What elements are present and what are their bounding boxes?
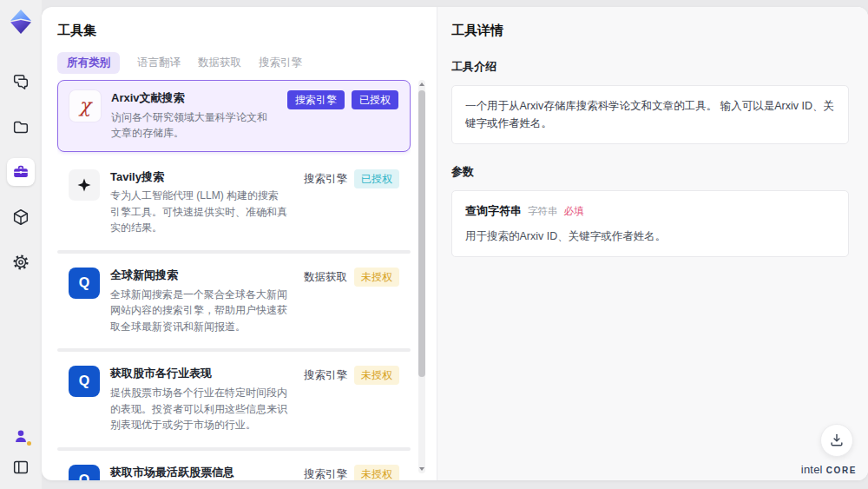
tool-description: 专为人工智能代理 (LLM) 构建的搜索引擎工具。可快速提供实时、准确和真实的结… [110,188,288,236]
category-tabs: 所有类别 语言翻译 数据获取 搜索引擎 [57,52,414,74]
sidebar-bottom [10,425,32,479]
status-badge: 已授权 [352,90,398,109]
tab-search-engine[interactable]: 搜索引擎 [259,52,302,74]
q-logo-icon: Q [69,366,100,397]
tab-all-categories[interactable]: 所有类别 [57,52,120,74]
tool-detail-panel: 工具详情 工具介绍 一个用于从Arxiv存储库搜索科学论文和文章的工具。 输入可… [437,7,868,480]
divider [57,447,411,451]
status-badge: 未授权 [354,366,399,385]
tool-description: 全球新闻搜索是一个聚合全球各大新闻网站内容的搜索引擎，帮助用户快速获取全球最新资… [110,287,288,335]
param-required-badge: 必填 [564,203,584,219]
param-box: 查询字符串 字符串 必填 用于搜索的Arxiv ID、关键字或作者姓名。 [451,190,849,257]
sidebar [0,0,42,489]
user-icon[interactable] [10,425,32,447]
settings-icon[interactable] [7,248,35,276]
q-logo-icon: Q [69,465,100,480]
status-badge: 未授权 [354,268,399,287]
cube-icon[interactable] [7,203,35,231]
param-description: 用于搜索的Arxiv ID、关键字或作者姓名。 [465,228,835,245]
param-type: 字符串 [528,203,558,219]
toolbox-icon[interactable] [7,158,35,186]
tavily-icon [69,169,100,201]
tool-card-active-stocks[interactable]: Q 获取市场最活跃股票信息 提供当天交易量最高的股票列表。投资者可以利用这些信息… [57,455,411,480]
folder-icon[interactable] [7,113,35,141]
category-label: 搜索引擎 [304,465,347,480]
category-label: 搜索引擎 [304,169,347,189]
scroll-up-arrow-icon[interactable] [419,83,424,86]
param-name: 查询字符串 [465,202,522,221]
tool-list: χ Arxiv文献搜索 访问各个研究领域大量科学论文和文章的存储库。 搜索引擎 … [57,80,411,480]
status-dot [27,441,31,446]
status-badge: 已授权 [354,169,399,188]
brand-core-text: CORE [826,466,857,475]
tool-name: 获取市场最活跃股票信息 [110,465,288,480]
intro-box: 一个用于从Arxiv存储库搜索科学论文和文章的工具。 输入可以是Arxiv ID… [451,85,849,144]
tool-card-sector-performance[interactable]: Q 获取股市各行业表现 提供股票市场各个行业在特定时间段内的表现。投资者可以利用… [57,356,411,442]
tool-description: 提供股票市场各个行业在特定时间段内的表现。投资者可以利用这些信息来识别表现优于或… [110,385,288,433]
tool-name: Tavily搜索 [110,169,288,185]
q-logo-icon: Q [69,268,100,299]
scrollbar-track[interactable] [418,80,425,473]
tool-card-arxiv[interactable]: χ Arxiv文献搜索 访问各个研究领域大量科学论文和文章的存储库。 搜索引擎 … [57,80,411,152]
scrollbar-thumb[interactable] [418,90,425,377]
category-badge: 搜索引擎 [287,90,345,109]
tool-name: 全球新闻搜索 [110,268,288,283]
tool-name: Arxiv文献搜索 [111,90,272,106]
params-heading: 参数 [451,164,849,180]
main-content: 工具集 所有类别 语言翻译 数据获取 搜索引擎 χ Arxiv文献搜索 访问各个… [42,7,868,480]
tool-card-global-news[interactable]: Q 全球新闻搜索 全球新闻搜索是一个聚合全球各大新闻网站内容的搜索引擎，帮助用户… [57,258,411,344]
tool-description: 访问各个研究领域大量科学论文和文章的存储库。 [111,109,272,142]
page-title: 工具集 [57,23,414,39]
intro-heading: 工具介绍 [451,59,849,75]
divider [57,348,411,352]
sidebar-nav [7,68,35,276]
download-button[interactable] [820,424,853,457]
divider [57,250,411,254]
intro-text: 一个用于从Arxiv存储库搜索科学论文和文章的工具。 输入可以是Arxiv ID… [465,100,834,129]
tool-card-tavily[interactable]: Tavily搜索 专为人工智能代理 (LLM) 构建的搜索引擎工具。可快速提供实… [57,160,411,246]
intel-core-logo: intel CORE [801,463,857,476]
chat-icon[interactable] [7,68,35,96]
arxiv-icon: χ [69,90,101,122]
detail-title: 工具详情 [451,23,849,39]
status-badge: 未授权 [354,465,399,480]
scroll-down-arrow-icon[interactable] [419,467,424,471]
tool-list-panel: 工具集 所有类别 语言翻译 数据获取 搜索引擎 χ Arxiv文献搜索 访问各个… [42,7,437,480]
panel-collapse-icon[interactable] [10,456,32,479]
app-logo [8,9,34,35]
tab-data-fetch[interactable]: 数据获取 [198,52,241,74]
brand-intel-text: intel [801,463,823,476]
download-icon [828,431,845,450]
category-label: 数据获取 [304,268,347,287]
category-label: 搜索引擎 [304,366,347,386]
tool-name: 获取股市各行业表现 [110,366,288,381]
tab-language-translation[interactable]: 语言翻译 [137,52,181,74]
